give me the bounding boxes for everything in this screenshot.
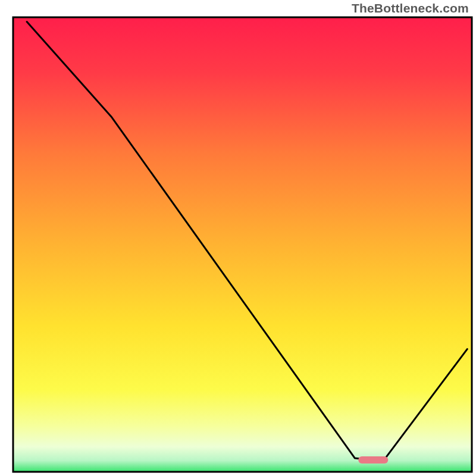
chart-svg — [0, 0, 476, 476]
plot-area-background — [13, 17, 472, 472]
chart-frame: TheBottleneck.com — [0, 0, 476, 476]
optimal-range-marker — [358, 456, 388, 464]
